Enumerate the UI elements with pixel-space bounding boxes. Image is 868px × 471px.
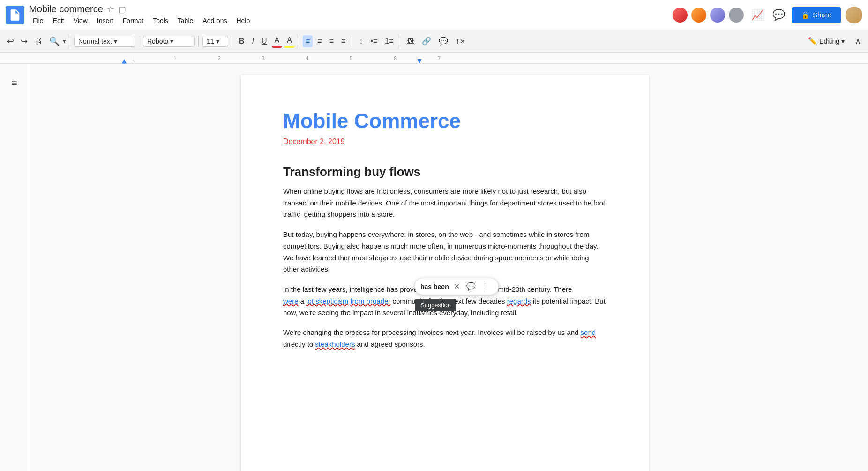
style-label: Normal text: [78, 38, 112, 45]
ruler-mark-6: 6: [394, 55, 397, 61]
analytics-icon[interactable]: 📈: [749, 7, 766, 23]
redo-button[interactable]: ↪: [18, 34, 30, 48]
menu-file[interactable]: File: [29, 15, 47, 26]
suggestion-comment-button[interactable]: 💬: [464, 281, 478, 292]
collaborator-avatar-1: [672, 7, 688, 23]
paragraph-4-mid: directly to: [283, 340, 315, 348]
link-send[interactable]: send: [581, 328, 596, 336]
toolbar-separator-4: [232, 36, 232, 47]
link-regards[interactable]: regards: [507, 297, 531, 305]
italic-button[interactable]: I: [249, 35, 257, 47]
user-avatar[interactable]: [846, 7, 862, 23]
menu-insert[interactable]: Insert: [93, 15, 117, 26]
toolbar-separator-3: [198, 36, 199, 47]
ruler: | 1 2 3 4 5 6 7: [0, 53, 868, 64]
toolbar-separator-2: [139, 36, 139, 47]
paragraph-2: But today, buying happens everywhere: in…: [283, 229, 606, 275]
section-heading-1: Transforming buy flows: [283, 165, 606, 179]
style-dropdown[interactable]: Normal text ▾: [74, 36, 135, 47]
doc-icon: [6, 6, 24, 24]
zoom-icon: 🔍: [47, 34, 62, 48]
ruler-right-indent[interactable]: [417, 59, 422, 64]
main-area: ≡ Mobile Commerce December 2, 2019 Trans…: [0, 64, 868, 471]
toolbar-separator-1: [70, 36, 70, 47]
menu-table[interactable]: Table: [174, 15, 197, 26]
right-controls: 📈 💬 🔒 Share: [672, 7, 862, 23]
share-button[interactable]: 🔒 Share: [792, 7, 841, 23]
style-dropdown-arrow: ▾: [114, 38, 117, 45]
print-button[interactable]: 🖨: [32, 34, 45, 48]
ruler-mark-7: 7: [438, 55, 441, 61]
link-steakholders[interactable]: steakholders: [315, 340, 355, 348]
suggestion-more-button[interactable]: ⋮: [480, 281, 492, 292]
suggestion-text[interactable]: has been: [420, 283, 449, 290]
paragraph-4: We're changing the process for processin…: [283, 327, 606, 350]
font-size-dropdown-arrow: ▾: [216, 38, 219, 45]
undo-button[interactable]: ↩: [5, 34, 16, 48]
editing-dropdown-arrow: ▾: [841, 38, 845, 45]
toolbar-separator-6: [352, 36, 352, 47]
line-spacing-button[interactable]: ↕: [356, 35, 366, 47]
font-dropdown[interactable]: Roboto ▾: [143, 36, 195, 47]
editing-dropdown[interactable]: ✏️ Editing ▾: [804, 34, 849, 48]
collaborator-avatar-2: [690, 7, 707, 23]
menu-bar: File Edit View Insert Format Tools Table…: [29, 15, 672, 26]
left-sidebar: ≡: [0, 64, 29, 471]
ruler-mark-3: 3: [262, 55, 264, 61]
bullet-list-button[interactable]: •≡: [367, 35, 380, 47]
zoom-dropdown[interactable]: 🔍 ▾: [47, 34, 66, 48]
title-section: Mobile commerce ☆ ▢ File Edit View Inser…: [29, 4, 672, 26]
align-center-button[interactable]: ≡: [314, 35, 324, 47]
bold-button[interactable]: B: [236, 35, 247, 47]
highlight-button[interactable]: A: [284, 34, 295, 48]
insert-image-button[interactable]: 🖼: [404, 35, 417, 47]
pen-icon: ✏️: [808, 37, 817, 46]
numbered-list-button[interactable]: 1≡: [382, 35, 396, 47]
insert-comment-button[interactable]: 💬: [436, 35, 451, 47]
link-were[interactable]: were: [283, 297, 299, 305]
share-label: Share: [813, 11, 831, 19]
zoom-arrow: ▾: [63, 38, 66, 45]
menu-help[interactable]: Help: [232, 15, 254, 26]
collapse-toolbar-button[interactable]: ∧: [853, 34, 863, 48]
suggestion-popup: has been ✕ 💬 ⋮ Suggestion: [414, 278, 499, 295]
ruler-mark-4: 4: [306, 55, 308, 61]
font-dropdown-arrow: ▾: [170, 38, 173, 45]
collaborator-avatar-anon: [728, 7, 745, 23]
star-icon[interactable]: ☆: [107, 4, 114, 15]
paragraph-4-pre: We're changing the process for processin…: [283, 328, 581, 336]
menu-addons[interactable]: Add-ons: [199, 15, 231, 26]
ruler-mark-0: |: [131, 55, 133, 61]
menu-edit[interactable]: Edit: [49, 15, 68, 26]
toolbar-separator-7: [400, 36, 400, 47]
comment-icon[interactable]: 💬: [771, 7, 787, 23]
link-from-broader[interactable]: from broader: [350, 297, 390, 305]
text-color-button[interactable]: A: [272, 34, 283, 48]
align-left-button[interactable]: ≡: [303, 35, 313, 47]
clear-format-button[interactable]: T✕: [453, 36, 468, 47]
suggestion-tooltip: Suggestion: [415, 299, 456, 311]
insert-link-button[interactable]: 🔗: [419, 35, 434, 47]
suggestion-bubble: has been ✕ 💬 ⋮ Suggestion: [414, 278, 499, 295]
document-title[interactable]: Mobile commerce: [29, 4, 103, 15]
paragraph-1: When online buying flows are frictionles…: [283, 186, 606, 220]
outline-icon[interactable]: ≡: [7, 73, 21, 93]
link-lot-skepticism[interactable]: lot skepticism: [306, 297, 348, 305]
menu-tools[interactable]: Tools: [149, 15, 172, 26]
collaborator-avatar-3: [709, 7, 726, 23]
align-right-button[interactable]: ≡: [327, 35, 337, 47]
underline-button[interactable]: U: [259, 35, 270, 47]
doc-area: Mobile Commerce December 2, 2019 Transfo…: [29, 64, 861, 471]
align-justify-button[interactable]: ≡: [338, 35, 348, 47]
suggestion-accept-button[interactable]: ✕: [452, 281, 462, 292]
toolbar: ↩ ↪ 🖨 🔍 ▾ Normal text ▾ Roboto ▾ 11 ▾ B …: [0, 30, 868, 53]
avatar-group: [672, 7, 745, 23]
title-bar: Mobile commerce ☆ ▢ File Edit View Inser…: [0, 0, 868, 30]
ruler-mark-2: 2: [217, 55, 220, 61]
share-lock-icon: 🔒: [801, 11, 810, 19]
menu-view[interactable]: View: [70, 15, 91, 26]
ruler-mark-5: 5: [350, 55, 352, 61]
font-size-dropdown[interactable]: 11 ▾: [202, 36, 228, 47]
folder-icon[interactable]: ▢: [118, 4, 126, 15]
menu-format[interactable]: Format: [119, 15, 147, 26]
